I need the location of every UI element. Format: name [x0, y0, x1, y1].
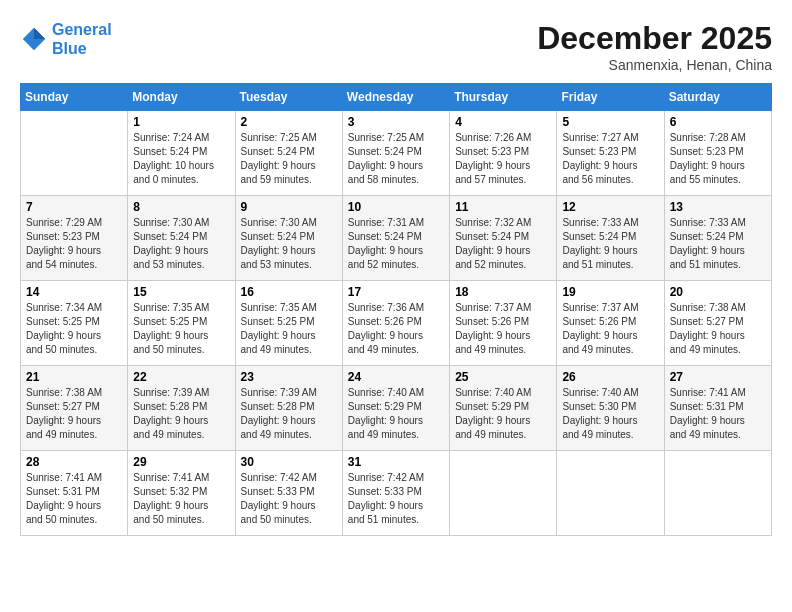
calendar-cell: 30Sunrise: 7:42 AMSunset: 5:33 PMDayligh… [235, 451, 342, 536]
day-info: Sunrise: 7:40 AMSunset: 5:29 PMDaylight:… [455, 386, 551, 442]
calendar-cell: 12Sunrise: 7:33 AMSunset: 5:24 PMDayligh… [557, 196, 664, 281]
calendar-cell: 4Sunrise: 7:26 AMSunset: 5:23 PMDaylight… [450, 111, 557, 196]
calendar-cell: 7Sunrise: 7:29 AMSunset: 5:23 PMDaylight… [21, 196, 128, 281]
calendar-cell [450, 451, 557, 536]
day-info: Sunrise: 7:41 AMSunset: 5:32 PMDaylight:… [133, 471, 229, 527]
day-number: 13 [670, 200, 766, 214]
day-number: 17 [348, 285, 444, 299]
day-info: Sunrise: 7:26 AMSunset: 5:23 PMDaylight:… [455, 131, 551, 187]
day-info: Sunrise: 7:37 AMSunset: 5:26 PMDaylight:… [455, 301, 551, 357]
logo-text: General Blue [52, 20, 112, 58]
day-number: 4 [455, 115, 551, 129]
day-number: 9 [241, 200, 337, 214]
day-info: Sunrise: 7:35 AMSunset: 5:25 PMDaylight:… [241, 301, 337, 357]
day-info: Sunrise: 7:39 AMSunset: 5:28 PMDaylight:… [241, 386, 337, 442]
day-number: 12 [562, 200, 658, 214]
calendar-header-row: SundayMondayTuesdayWednesdayThursdayFrid… [21, 84, 772, 111]
header-friday: Friday [557, 84, 664, 111]
day-number: 15 [133, 285, 229, 299]
calendar-cell: 13Sunrise: 7:33 AMSunset: 5:24 PMDayligh… [664, 196, 771, 281]
calendar-cell: 21Sunrise: 7:38 AMSunset: 5:27 PMDayligh… [21, 366, 128, 451]
calendar-cell: 6Sunrise: 7:28 AMSunset: 5:23 PMDaylight… [664, 111, 771, 196]
header-wednesday: Wednesday [342, 84, 449, 111]
calendar-cell: 5Sunrise: 7:27 AMSunset: 5:23 PMDaylight… [557, 111, 664, 196]
day-info: Sunrise: 7:39 AMSunset: 5:28 PMDaylight:… [133, 386, 229, 442]
calendar-cell: 27Sunrise: 7:41 AMSunset: 5:31 PMDayligh… [664, 366, 771, 451]
day-number: 23 [241, 370, 337, 384]
day-info: Sunrise: 7:33 AMSunset: 5:24 PMDaylight:… [670, 216, 766, 272]
day-info: Sunrise: 7:31 AMSunset: 5:24 PMDaylight:… [348, 216, 444, 272]
day-number: 31 [348, 455, 444, 469]
day-number: 25 [455, 370, 551, 384]
calendar-table: SundayMondayTuesdayWednesdayThursdayFrid… [20, 83, 772, 536]
day-info: Sunrise: 7:25 AMSunset: 5:24 PMDaylight:… [348, 131, 444, 187]
calendar-cell: 8Sunrise: 7:30 AMSunset: 5:24 PMDaylight… [128, 196, 235, 281]
day-number: 29 [133, 455, 229, 469]
day-number: 2 [241, 115, 337, 129]
calendar-cell: 9Sunrise: 7:30 AMSunset: 5:24 PMDaylight… [235, 196, 342, 281]
day-number: 30 [241, 455, 337, 469]
header-monday: Monday [128, 84, 235, 111]
calendar-cell: 24Sunrise: 7:40 AMSunset: 5:29 PMDayligh… [342, 366, 449, 451]
day-info: Sunrise: 7:24 AMSunset: 5:24 PMDaylight:… [133, 131, 229, 187]
day-number: 18 [455, 285, 551, 299]
day-info: Sunrise: 7:41 AMSunset: 5:31 PMDaylight:… [670, 386, 766, 442]
calendar-cell: 31Sunrise: 7:42 AMSunset: 5:33 PMDayligh… [342, 451, 449, 536]
day-number: 26 [562, 370, 658, 384]
day-info: Sunrise: 7:42 AMSunset: 5:33 PMDaylight:… [348, 471, 444, 527]
header-sunday: Sunday [21, 84, 128, 111]
day-number: 10 [348, 200, 444, 214]
day-info: Sunrise: 7:32 AMSunset: 5:24 PMDaylight:… [455, 216, 551, 272]
day-number: 16 [241, 285, 337, 299]
week-row-4: 21Sunrise: 7:38 AMSunset: 5:27 PMDayligh… [21, 366, 772, 451]
calendar-cell: 17Sunrise: 7:36 AMSunset: 5:26 PMDayligh… [342, 281, 449, 366]
day-info: Sunrise: 7:38 AMSunset: 5:27 PMDaylight:… [670, 301, 766, 357]
calendar-cell: 14Sunrise: 7:34 AMSunset: 5:25 PMDayligh… [21, 281, 128, 366]
calendar-cell: 25Sunrise: 7:40 AMSunset: 5:29 PMDayligh… [450, 366, 557, 451]
day-info: Sunrise: 7:40 AMSunset: 5:30 PMDaylight:… [562, 386, 658, 442]
logo: General Blue [20, 20, 112, 58]
day-info: Sunrise: 7:33 AMSunset: 5:24 PMDaylight:… [562, 216, 658, 272]
svg-marker-1 [34, 28, 45, 39]
week-row-3: 14Sunrise: 7:34 AMSunset: 5:25 PMDayligh… [21, 281, 772, 366]
day-info: Sunrise: 7:41 AMSunset: 5:31 PMDaylight:… [26, 471, 122, 527]
day-number: 20 [670, 285, 766, 299]
day-number: 22 [133, 370, 229, 384]
day-info: Sunrise: 7:40 AMSunset: 5:29 PMDaylight:… [348, 386, 444, 442]
day-number: 28 [26, 455, 122, 469]
calendar-cell: 15Sunrise: 7:35 AMSunset: 5:25 PMDayligh… [128, 281, 235, 366]
header-tuesday: Tuesday [235, 84, 342, 111]
calendar-cell: 29Sunrise: 7:41 AMSunset: 5:32 PMDayligh… [128, 451, 235, 536]
day-number: 6 [670, 115, 766, 129]
day-number: 21 [26, 370, 122, 384]
day-info: Sunrise: 7:37 AMSunset: 5:26 PMDaylight:… [562, 301, 658, 357]
day-number: 1 [133, 115, 229, 129]
calendar-cell: 26Sunrise: 7:40 AMSunset: 5:30 PMDayligh… [557, 366, 664, 451]
day-info: Sunrise: 7:30 AMSunset: 5:24 PMDaylight:… [133, 216, 229, 272]
calendar-cell: 16Sunrise: 7:35 AMSunset: 5:25 PMDayligh… [235, 281, 342, 366]
day-info: Sunrise: 7:27 AMSunset: 5:23 PMDaylight:… [562, 131, 658, 187]
day-info: Sunrise: 7:25 AMSunset: 5:24 PMDaylight:… [241, 131, 337, 187]
calendar-cell: 18Sunrise: 7:37 AMSunset: 5:26 PMDayligh… [450, 281, 557, 366]
calendar-cell [21, 111, 128, 196]
day-info: Sunrise: 7:38 AMSunset: 5:27 PMDaylight:… [26, 386, 122, 442]
calendar-cell [664, 451, 771, 536]
week-row-5: 28Sunrise: 7:41 AMSunset: 5:31 PMDayligh… [21, 451, 772, 536]
day-number: 19 [562, 285, 658, 299]
calendar-cell [557, 451, 664, 536]
week-row-2: 7Sunrise: 7:29 AMSunset: 5:23 PMDaylight… [21, 196, 772, 281]
day-number: 7 [26, 200, 122, 214]
title-area: December 2025 Sanmenxia, Henan, China [537, 20, 772, 73]
calendar-cell: 22Sunrise: 7:39 AMSunset: 5:28 PMDayligh… [128, 366, 235, 451]
logo-icon [20, 25, 48, 53]
day-info: Sunrise: 7:35 AMSunset: 5:25 PMDaylight:… [133, 301, 229, 357]
day-number: 27 [670, 370, 766, 384]
header-thursday: Thursday [450, 84, 557, 111]
month-title: December 2025 [537, 20, 772, 57]
calendar-cell: 2Sunrise: 7:25 AMSunset: 5:24 PMDaylight… [235, 111, 342, 196]
day-info: Sunrise: 7:34 AMSunset: 5:25 PMDaylight:… [26, 301, 122, 357]
calendar-cell: 20Sunrise: 7:38 AMSunset: 5:27 PMDayligh… [664, 281, 771, 366]
day-info: Sunrise: 7:42 AMSunset: 5:33 PMDaylight:… [241, 471, 337, 527]
calendar-cell: 23Sunrise: 7:39 AMSunset: 5:28 PMDayligh… [235, 366, 342, 451]
calendar-cell: 1Sunrise: 7:24 AMSunset: 5:24 PMDaylight… [128, 111, 235, 196]
